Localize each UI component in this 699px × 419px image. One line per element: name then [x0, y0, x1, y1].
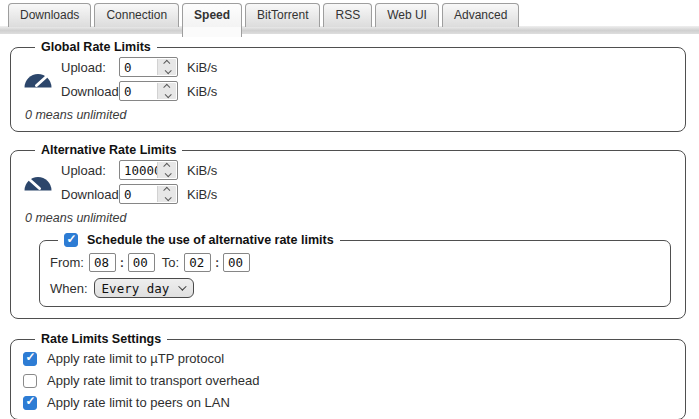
global-rate-limits-legend: Global Rate Limits	[35, 40, 157, 54]
global-upload-row: Upload: KiB/s	[61, 57, 673, 77]
utp-rate-limit-option: Apply rate limit to µTP protocol	[23, 351, 673, 366]
speed-settings-page: Global Rate Limits Upload:	[0, 40, 699, 419]
global-unlimited-note: 0 means unlimited	[25, 108, 673, 122]
schedule-legend-label: Schedule the use of alternative rate lim…	[87, 233, 334, 247]
global-download-row: Download: KiB/s	[61, 81, 673, 101]
schedule-when-row: When: Every day	[50, 278, 660, 298]
alt-upload-label: Upload:	[61, 163, 119, 178]
alt-download-spinbox	[119, 184, 178, 204]
chevron-down-icon	[178, 282, 186, 290]
global-download-input[interactable]	[120, 82, 157, 100]
rate-limits-settings-legend: Rate Limits Settings	[35, 332, 167, 346]
global-download-unit: KiB/s	[187, 84, 217, 99]
alternative-rate-limits-group: Alternative Rate Limits Upload:	[10, 143, 686, 319]
tab-connection[interactable]: Connection	[94, 3, 179, 27]
tab-list: Downloads Connection Speed BitTorrent RS…	[8, 3, 519, 27]
alt-download-input[interactable]	[120, 185, 157, 203]
alt-download-unit: KiB/s	[187, 187, 217, 202]
peers-on-lan-checkbox[interactable]	[23, 396, 37, 410]
global-upload-label: Upload:	[61, 60, 119, 75]
to-hour-input[interactable]	[184, 253, 211, 272]
spinner-up-icon[interactable]	[163, 187, 170, 194]
schedule-time-row: From: : To: :	[50, 253, 660, 272]
alt-upload-row: Upload: KiB/s	[61, 160, 673, 180]
spinner-down-icon[interactable]	[164, 67, 171, 74]
when-selected-value: Every day	[102, 281, 170, 296]
rate-limits-settings-group: Rate Limits Settings Apply rate limit to…	[10, 332, 686, 419]
time-separator: :	[213, 255, 221, 270]
spinner-down-icon[interactable]	[164, 91, 171, 98]
speed-gauge-icon	[23, 70, 61, 88]
tab-webui[interactable]: Web UI	[375, 3, 439, 27]
from-minute-input[interactable]	[128, 253, 155, 272]
settings-tab-bar: Downloads Connection Speed BitTorrent RS…	[0, 0, 699, 34]
global-download-label: Download:	[61, 84, 119, 99]
utp-rate-limit-checkbox[interactable]	[23, 352, 37, 366]
alternative-rate-limits-legend: Alternative Rate Limits	[35, 143, 182, 157]
global-upload-unit: KiB/s	[187, 60, 217, 75]
spinner-up-icon[interactable]	[163, 84, 170, 91]
alt-upload-unit: KiB/s	[187, 163, 217, 178]
global-upload-input[interactable]	[120, 58, 157, 76]
peers-on-lan-option: Apply rate limit to peers on LAN	[23, 395, 673, 410]
tab-speed[interactable]: Speed	[182, 3, 242, 27]
peers-on-lan-label: Apply rate limit to peers on LAN	[47, 395, 230, 410]
tab-rss[interactable]: RSS	[323, 3, 372, 27]
tab-bar-divider	[0, 26, 699, 34]
when-select[interactable]: Every day	[94, 278, 195, 298]
tab-downloads[interactable]: Downloads	[8, 3, 91, 27]
global-upload-spinbox	[119, 57, 178, 77]
alt-download-spinner[interactable]	[157, 186, 176, 202]
tab-advanced[interactable]: Advanced	[442, 3, 519, 27]
global-upload-spinner[interactable]	[157, 59, 176, 75]
global-rate-limits-group: Global Rate Limits Upload:	[10, 40, 686, 132]
spinner-down-icon[interactable]	[164, 170, 171, 177]
to-minute-input[interactable]	[223, 253, 250, 272]
from-label: From:	[50, 255, 84, 270]
schedule-checkbox[interactable]	[64, 233, 78, 247]
alt-upload-spinner[interactable]	[157, 162, 176, 178]
transport-overhead-option: Apply rate limit to transport overhead	[23, 373, 673, 388]
spinner-up-icon[interactable]	[163, 163, 170, 170]
from-hour-input[interactable]	[89, 253, 116, 272]
alt-upload-spinbox	[119, 160, 178, 180]
time-separator: :	[118, 255, 126, 270]
schedule-legend: Schedule the use of alternative rate lim…	[58, 233, 340, 247]
transport-overhead-checkbox[interactable]	[23, 374, 37, 388]
alt-unlimited-note: 0 means unlimited	[25, 211, 673, 225]
schedule-group: Schedule the use of alternative rate lim…	[39, 233, 671, 307]
alt-speed-gauge-icon	[23, 173, 61, 191]
transport-overhead-label: Apply rate limit to transport overhead	[47, 373, 259, 388]
tab-bittorrent[interactable]: BitTorrent	[245, 3, 320, 27]
global-download-spinner[interactable]	[157, 83, 176, 99]
to-label: To:	[162, 255, 179, 270]
spinner-down-icon[interactable]	[164, 194, 171, 201]
alt-download-label: Download:	[61, 187, 119, 202]
spinner-up-icon[interactable]	[163, 60, 170, 67]
when-label: When:	[50, 281, 88, 296]
global-download-spinbox	[119, 81, 178, 101]
alt-upload-input[interactable]	[120, 161, 157, 179]
alt-download-row: Download: KiB/s	[61, 184, 673, 204]
utp-rate-limit-label: Apply rate limit to µTP protocol	[47, 351, 224, 366]
